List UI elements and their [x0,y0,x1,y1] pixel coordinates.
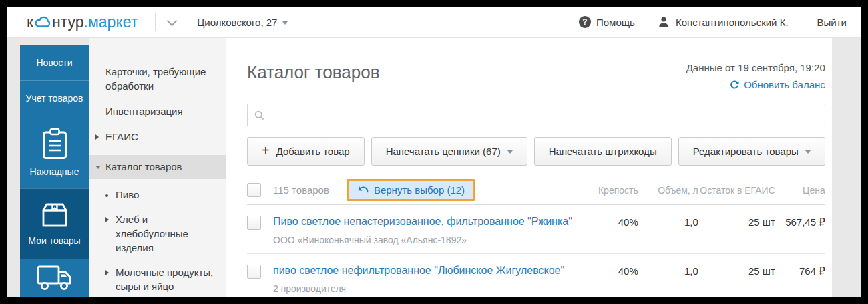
subnav-item-bread[interactable]: Хлеб и хлебобулочные изделия [89,212,226,255]
table-row: Пиво светлое непастеризованное, фильтров… [247,205,825,254]
column-header-price: Цена [775,185,825,196]
expand-arrow-icon [95,166,101,169]
cell-strength: 40% [575,264,638,277]
caret-down-icon [507,150,513,154]
clipboard-icon [41,128,68,160]
subnav-item-label: Инвентаризация [105,106,183,117]
logout-button[interactable]: Выйти [817,17,847,28]
cell-strength: 40% [575,215,638,228]
cell-egais-stock: 25 шт [698,215,775,228]
edit-products-label: Редактировать товары [693,146,799,157]
print-barcodes-button[interactable]: Напечатать штрихкоды [534,137,672,166]
refresh-balance-label: Обновить баланс [744,79,825,90]
product-title-link[interactable]: Пиво светлое непастеризованное, фильтров… [273,215,575,229]
primary-sidebar: Новости Учет товаров Накладные [20,45,89,297]
secondary-sidebar: Карточки, требующие обработки Инвентариз… [89,38,226,297]
sidebar-item-accounting[interactable]: Учет товаров [20,80,89,116]
sidebar-item-label: Накладные [30,166,79,177]
subnav-item-inventory[interactable]: Инвентаризация [89,104,226,118]
add-product-button[interactable]: + Добавить товар [247,137,365,166]
cell-egais-stock: 25 шт [698,264,775,277]
table-row: пиво светлое нефильтрованное "Любинское … [247,254,825,297]
sidebar-item-delivery[interactable] [20,259,89,297]
help-label: Помощь [596,17,635,28]
app-logo[interactable]: к нтур .маркет [27,13,138,31]
products-total: 115 товаров [273,184,329,196]
sidebar-item-label: Учет товаров [26,93,83,104]
sidebar-item-label: Новости [36,57,72,68]
chevron-down-icon[interactable] [167,15,178,26]
cell-price: 567,45 ₽ [775,215,825,229]
select-all-checkbox[interactable] [247,183,261,197]
subnav-item-label: Карточки, требующие обработки [105,66,206,92]
search-icon [254,110,264,120]
cell-volume: 1,0 [638,215,698,228]
topbar-divider [155,13,156,31]
restore-selection-label: Вернуть выбор (12) [374,184,465,196]
subnav-item-label: Пиво [116,189,139,200]
product-title-link[interactable]: пиво светлое нефильтрованное "Любинское … [273,264,575,277]
shop-address-selector[interactable]: Циолковского, 27 [197,17,288,28]
page-right-gutter [832,38,861,297]
question-icon: ? [579,16,591,28]
product-manufacturer: ООО «Виноконьячный завод «Альянс-1892» [273,235,575,245]
sidebar-item-invoices[interactable]: Накладные [20,116,89,188]
collapse-arrow-icon [105,270,109,275]
add-product-label: Добавить товар [276,146,350,157]
row-checkbox[interactable] [247,216,261,230]
refresh-balance-link[interactable]: Обновить баланс [686,79,825,90]
dropdown-arrow-icon [282,21,288,25]
user-menu[interactable]: Константинопольский К. [658,16,789,28]
print-barcodes-label: Напечатать штрихкоды [549,146,657,157]
cell-price: 764 ₽ [775,264,825,277]
sidebar-item-label: Мои товары [28,235,80,246]
collapse-arrow-icon [105,217,109,222]
data-timestamp: Данные от 19 сентября, 19:20 [686,62,825,73]
print-price-tags-button[interactable]: Напечатать ценники (67) [371,137,527,166]
package-icon [39,202,70,229]
logo-text-suffix: .маркет [84,13,138,31]
shop-address-label: Циолковского, 27 [197,17,277,28]
help-button[interactable]: ? Помощь [579,16,635,28]
subnav-item-dairy[interactable]: Молочные продукты, сыры и яйцо [89,265,226,293]
subnav-item-label: Молочные продукты, сыры и яйцо [116,267,213,292]
edit-products-button[interactable]: Редактировать товары [678,137,825,166]
refresh-icon [730,80,739,90]
column-header-egais-stock: Остаток в ЕГАИС [698,185,775,196]
user-icon [658,16,670,28]
subnav-item-egais[interactable]: ЕГАИС [89,130,226,144]
plus-icon: + [262,143,270,158]
subnav-item-label: Хлеб и хлебобулочные изделия [116,214,188,253]
app-window: к нтур .маркет Циолковского, 27 ? Помощь [7,7,861,297]
truck-icon [37,265,73,291]
topbar-divider [803,13,803,31]
logo-text-after: нтур [52,13,84,31]
sidebar-item-news[interactable]: Новости [20,45,89,80]
subnav-item-label: ЕГАИС [105,131,138,142]
table-header: 115 товаров Вернуть выбор (12) Крепость … [247,182,825,205]
column-header-strength: Крепость [575,185,638,196]
topbar: к нтур .маркет Циолковского, 27 ? Помощь [7,7,861,38]
print-price-tags-label: Напечатать ценники (67) [386,146,501,157]
page-title: Каталог товаров [247,62,380,83]
row-checkbox[interactable] [247,265,261,279]
search-input[interactable] [247,104,825,126]
sidebar-item-my-products[interactable]: Мои товары [20,188,89,259]
undo-arrow-icon [357,186,369,194]
product-manufacturer: 2 производителя [273,283,575,294]
caret-down-icon [805,150,811,154]
user-name: Константинопольский К. [676,17,789,28]
bullet-icon [105,194,108,197]
subnav-item-label: Каталог товаров [105,161,182,172]
collapse-arrow-icon [95,134,99,140]
logo-text-before: к [27,13,33,31]
restore-selection-button[interactable]: Вернуть выбор (12) [347,179,475,201]
subnav-item-catalog[interactable]: Каталог товаров [89,155,226,179]
cloud-icon [34,16,51,28]
subnav-item-beer[interactable]: Пиво [89,188,226,202]
column-header-volume: Объем, л [638,185,698,196]
subnav-item-cards-pending[interactable]: Карточки, требующие обработки [89,65,226,93]
main-content: Каталог товаров Данные от 19 сентября, 1… [226,38,832,297]
cell-volume: 1,0 [638,264,698,277]
